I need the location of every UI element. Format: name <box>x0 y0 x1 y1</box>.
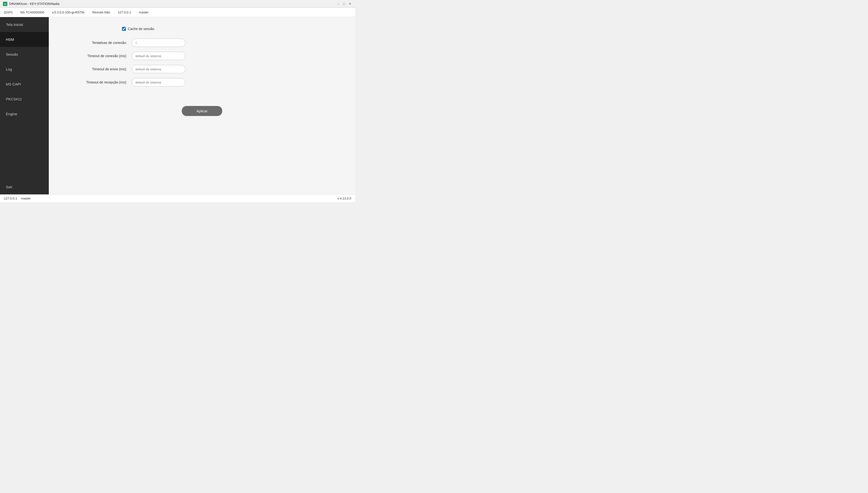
sidebar-item-sair[interactable]: Sair <box>0 179 49 194</box>
apply-button[interactable]: Aplicar <box>182 106 222 116</box>
tentativas-label: Tentativas de conexão: <box>64 41 132 45</box>
timeout-envio-input[interactable] <box>132 65 185 73</box>
status-tag: (DXP) <box>4 10 13 14</box>
window-title: DINAMOcon - KEY-STATION\Nadia <box>9 2 60 6</box>
timeout-envio-label: Timeout de envio (ms): <box>64 67 132 71</box>
tentativas-row: Tentativas de conexão: <box>64 39 341 47</box>
sidebar-label-sessao: Sessão <box>6 52 18 57</box>
sidebar-label-log: Log <box>6 67 12 71</box>
app-icon: D <box>3 2 7 6</box>
statusbar-top: (DXP) NS TCA0000000 v.5.3.0.0-100-gc4f37… <box>0 8 355 17</box>
sidebar-label-ms-capi: MS CAPI <box>6 82 21 86</box>
tentativas-input[interactable] <box>132 39 185 47</box>
content-area: Cache de sessão Tentativas de conexão: T… <box>49 17 355 194</box>
timeout-recepcao-label: Timeout de recepção (ms): <box>64 80 132 84</box>
form-section: Cache de sessão Tentativas de conexão: T… <box>64 27 341 116</box>
status-ip: 127.0.0.1 <box>118 10 131 14</box>
close-button[interactable]: ✕ <box>347 1 352 6</box>
status-ns: NS TCA0000000 <box>20 10 44 14</box>
maximize-button[interactable]: □ <box>342 1 346 6</box>
status-version: v.5.3.0.0-100-gc4f375b <box>52 10 85 14</box>
sidebar-item-log[interactable]: Log <box>0 62 49 77</box>
sidebar-label-tela-inicial: Tela Inicial <box>6 22 23 27</box>
titlebar-left: D DINAMOcon - KEY-STATION\Nadia <box>3 2 60 6</box>
titlebar: D DINAMOcon - KEY-STATION\Nadia – □ ✕ <box>0 0 355 8</box>
timeout-conexao-row: Timeout de conexão (ms): <box>64 52 341 60</box>
sidebar-label-hsm: HSM <box>6 37 14 42</box>
status-branch: master <box>139 10 149 14</box>
sidebar-item-ms-capi[interactable]: MS CAPI <box>0 77 49 91</box>
cache-sessao-row: Cache de sessão <box>122 27 341 31</box>
bottom-version: v 4.13.0.0 <box>337 197 351 200</box>
sidebar-label-sair: Sair <box>6 185 13 189</box>
window-controls: – □ ✕ <box>336 1 352 6</box>
apply-btn-row: Aplicar <box>64 106 341 116</box>
main-layout: Tela Inicial HSM Sessão Log MS CAPI PKCS… <box>0 17 355 194</box>
sidebar-label-pkcs11: PKCS#11 <box>6 97 22 101</box>
cache-sessao-label: Cache de sessão <box>128 27 154 31</box>
minimize-button[interactable]: – <box>336 1 341 6</box>
sidebar: Tela Inicial HSM Sessão Log MS CAPI PKCS… <box>0 17 49 194</box>
sidebar-item-tela-inicial[interactable]: Tela Inicial <box>0 17 49 32</box>
cache-sessao-checkbox[interactable] <box>122 27 126 31</box>
sidebar-item-sessao[interactable]: Sessão <box>0 47 49 62</box>
bottom-branch: master <box>21 197 31 200</box>
timeout-recepcao-input[interactable] <box>132 78 185 86</box>
sidebar-item-hsm[interactable]: HSM <box>0 32 49 47</box>
svg-text:D: D <box>4 3 6 5</box>
sidebar-label-engine: Engine <box>6 112 17 116</box>
timeout-conexao-label: Timeout de conexão (ms): <box>64 54 132 58</box>
sidebar-item-pkcs11[interactable]: PKCS#11 <box>0 91 49 106</box>
statusbar-bottom: 127.0.0.1 master v 4.13.0.0 <box>0 194 355 202</box>
timeout-conexao-input[interactable] <box>132 52 185 60</box>
statusbar-bottom-left: 127.0.0.1 master <box>4 197 31 200</box>
timeout-recepcao-row: Timeout de recepção (ms): <box>64 78 341 86</box>
timeout-envio-row: Timeout de envio (ms): <box>64 65 341 73</box>
sidebar-item-engine[interactable]: Engine <box>0 106 49 121</box>
bottom-ip: 127.0.0.1 <box>4 197 17 200</box>
status-remote: Remote Não <box>92 10 110 14</box>
